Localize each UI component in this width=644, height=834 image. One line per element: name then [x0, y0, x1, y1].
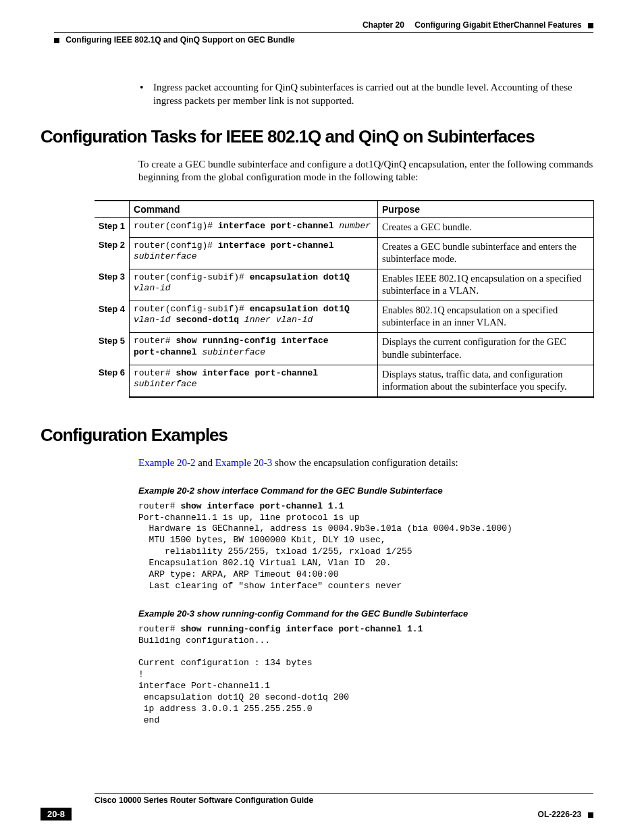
running-header-left: Configuring IEEE 802.1Q and QinQ Support…	[54, 35, 295, 45]
step-label: Step 6	[95, 365, 130, 397]
command-cell: router(config-subif)# encapsulation dot1…	[130, 301, 378, 333]
purpose-cell: Enables 802.1Q encapsulation on a specif…	[378, 301, 594, 333]
bullet-list: Ingress packet accounting for QinQ subin…	[138, 81, 593, 107]
command-cell: router(config)# interface port-channel n…	[130, 217, 378, 237]
chapter-label: Chapter 20	[363, 20, 404, 30]
example-20-3-code: router# show running-config interface po…	[138, 624, 593, 727]
command-cell: router# show interface port-channel subi…	[130, 365, 378, 397]
header-rule	[54, 32, 593, 33]
table-row: Step 5 router# show running-config inter…	[95, 333, 594, 365]
table-row: Step 1 router(config)# interface port-ch…	[95, 217, 594, 237]
running-header-right: Chapter 20 Configuring Gigabit EtherChan…	[363, 20, 593, 30]
intro-paragraph: To create a GEC bundle subinterface and …	[138, 158, 593, 184]
command-cell: router(config)# interface port-channel s…	[130, 237, 378, 269]
purpose-cell: Creates a GEC bundle.	[378, 217, 594, 237]
table-head-purpose: Purpose	[378, 201, 594, 218]
page-number-badge: 20-8	[41, 808, 72, 820]
table-row: Step 6 router# show interface port-chann…	[95, 365, 594, 397]
footer-rule-end-block	[588, 812, 593, 818]
step-label: Step 3	[95, 269, 130, 301]
purpose-cell: Enables IEEE 802.1Q encapsulation on a s…	[378, 269, 594, 301]
table-head-command: Command	[130, 201, 378, 218]
footer-rule	[95, 793, 593, 794]
doc-id-wrap: OL-2226-23	[538, 808, 593, 820]
footer: Cisco 10000 Series Router Software Confi…	[41, 793, 593, 820]
page: Chapter 20 Configuring Gigabit EtherChan…	[0, 0, 644, 834]
chapter-title: Configuring Gigabit EtherChannel Feature…	[414, 20, 581, 30]
table-head-blank	[95, 201, 130, 218]
purpose-cell: Displays the current configuration for t…	[378, 333, 594, 365]
content-area: Ingress packet accounting for QinQ subin…	[41, 20, 593, 727]
section-title: Configuring IEEE 802.1Q and QinQ Support…	[65, 35, 294, 45]
example-20-2-code: router# show interface port-channel 1.1 …	[138, 501, 593, 592]
header-rule-end-block	[588, 23, 593, 28]
purpose-cell: Displays status, traffic data, and confi…	[378, 365, 594, 397]
example-20-2-label: Example 20-2 show interface Command for …	[138, 486, 593, 496]
link-example-20-2[interactable]: Example 20-2	[138, 457, 196, 468]
command-table: Command Purpose Step 1 router(config)# i…	[95, 200, 594, 398]
heading-config-examples: Configuration Examples	[41, 425, 593, 446]
link-example-20-3[interactable]: Example 20-3	[215, 457, 273, 468]
step-label: Step 2	[95, 237, 130, 269]
step-label: Step 5	[95, 333, 130, 365]
purpose-cell: Creates a GEC bundle subinterface and en…	[378, 237, 594, 269]
bullet-item: Ingress packet accounting for QinQ subin…	[138, 81, 593, 107]
step-label: Step 4	[95, 301, 130, 333]
example-20-3-label: Example 20-3 show running-config Command…	[138, 608, 593, 619]
table-row: Step 4 router(config-subif)# encapsulati…	[95, 301, 594, 333]
header-rule-start-block	[54, 38, 59, 43]
table-row: Step 3 router(config-subif)# encapsulati…	[95, 269, 594, 301]
footer-guide-title: Cisco 10000 Series Router Software Confi…	[95, 796, 593, 805]
table-row: Step 2 router(config)# interface port-ch…	[95, 237, 594, 269]
examples-intro: Example 20-2 and Example 20-3 show the e…	[138, 457, 593, 469]
doc-id: OL-2226-23	[538, 810, 582, 819]
heading-config-tasks: Configuration Tasks for IEEE 802.1Q and …	[41, 126, 593, 147]
command-cell: router# show running-config interface po…	[130, 333, 378, 365]
command-cell: router(config-subif)# encapsulation dot1…	[130, 269, 378, 301]
step-label: Step 1	[95, 217, 130, 237]
